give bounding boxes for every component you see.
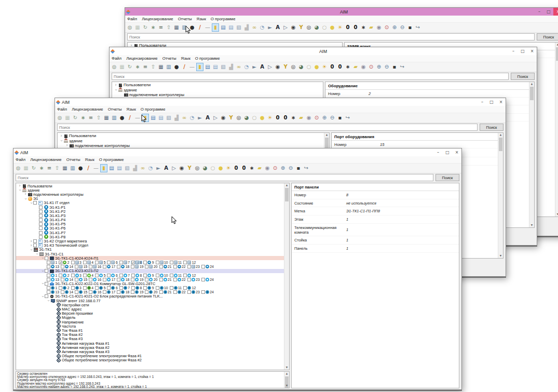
record-icon[interactable]: ◉	[274, 63, 281, 71]
port-checkbox[interactable]: ✓	[131, 261, 135, 264]
port-cell[interactable]: 14	[60, 290, 74, 294]
history-icon[interactable]: ◔	[258, 23, 266, 32]
minus-icon[interactable]: —	[92, 164, 100, 172]
port-cell[interactable]: 11	[169, 274, 183, 277]
port-checkbox[interactable]	[107, 274, 111, 277]
tree-row[interactable]: ›здание	[58, 138, 329, 143]
port-cell[interactable]: 2	[58, 286, 70, 290]
port-checkbox[interactable]	[103, 278, 106, 281]
port-cell[interactable]: 19	[130, 290, 144, 294]
import-icon[interactable]: ◍	[56, 114, 63, 122]
menu-item-file[interactable]: Файл	[127, 17, 137, 21]
close-button[interactable]: ×	[496, 98, 506, 106]
tree-checkbox[interactable]	[45, 269, 48, 273]
port-cell[interactable]: ✓8	[131, 261, 142, 264]
font-icon[interactable]: A	[162, 164, 170, 172]
tree-checkbox[interactable]	[45, 256, 48, 260]
port-cell[interactable]: 24	[201, 278, 214, 281]
port-checkbox[interactable]	[201, 265, 205, 268]
search-button[interactable]: Поиск	[480, 124, 503, 131]
tree-checkbox[interactable]	[45, 282, 48, 286]
eye-icon[interactable]: ◉	[305, 114, 312, 122]
port-cell[interactable]: 18	[116, 278, 130, 281]
tree-row[interactable]: Напряжение	[16, 320, 289, 324]
menu-item-licensing[interactable]: Лицензирование	[142, 17, 173, 21]
compass-icon[interactable]: ▷	[266, 63, 274, 71]
port-checkbox[interactable]	[159, 278, 163, 281]
port-checkbox[interactable]	[170, 286, 173, 290]
exit-icon[interactable]: ↪	[344, 114, 351, 122]
tree-row[interactable]: Активная нагрузка Фаза #2	[16, 345, 289, 349]
port-checkbox[interactable]	[201, 290, 205, 294]
scroll-down-arrow[interactable]: ▼	[529, 223, 534, 227]
port-checkbox[interactable]	[103, 290, 106, 294]
zoom-alert-icon[interactable]: ⊙	[271, 164, 279, 172]
expander-icon[interactable]: ›	[40, 281, 45, 286]
port-checkbox[interactable]	[107, 286, 111, 290]
sync-settings-icon[interactable]: ∗	[134, 63, 141, 71]
tree-row[interactable]: Версия прошивки	[16, 312, 289, 316]
port-cell[interactable]: 6	[106, 286, 118, 290]
folder-icon[interactable]: ▰	[352, 63, 359, 71]
tree-row[interactable]: подключенные контроллеры	[112, 92, 323, 97]
gear-icon[interactable]: ∗	[248, 164, 255, 172]
import-icon[interactable]: ◍	[111, 63, 118, 71]
expander-icon[interactable]: ›	[114, 83, 118, 87]
tree-row[interactable]: Активная нагрузка Фаза #3	[16, 349, 289, 354]
scroll-thumb[interactable]	[530, 87, 534, 100]
expander-icon[interactable]: ›	[29, 201, 33, 205]
port-cell[interactable]: 9	[143, 286, 154, 290]
link-icon[interactable]: ∞	[139, 164, 146, 172]
copy-document-icon[interactable]: ▤	[157, 114, 165, 122]
tree-row[interactable]: MAC адрес	[16, 307, 289, 311]
port-cell[interactable]: 10	[155, 274, 169, 277]
port-checkbox[interactable]	[187, 278, 191, 281]
menu-item-language[interactable]: Язык	[85, 157, 94, 162]
port-checkbox[interactable]	[71, 274, 75, 277]
titlebar[interactable]: AIM–□×	[125, 8, 558, 16]
monitor-add-icon[interactable]: ▥	[111, 114, 118, 122]
notes-icon[interactable]: ▦	[22, 164, 30, 172]
refresh-icon[interactable]: ↻	[30, 164, 37, 172]
maximize-button[interactable]: □	[544, 8, 553, 16]
target-icon[interactable]: ◎	[194, 164, 201, 172]
port-checkbox[interactable]	[183, 286, 187, 290]
port-cell[interactable]: 15	[74, 290, 88, 294]
menu-item-licensing[interactable]: Лицензирование	[30, 157, 61, 162]
tree-checkbox[interactable]	[39, 226, 43, 230]
gauge-icon[interactable]: ◕	[313, 23, 320, 32]
port-cell[interactable]: 9	[143, 274, 154, 277]
port-checkbox[interactable]	[95, 286, 99, 290]
tree-checkbox[interactable]	[39, 210, 43, 213]
port-cell[interactable]: 17	[102, 265, 116, 268]
gear-icon[interactable]: ∗	[344, 63, 351, 71]
port-checkbox[interactable]	[201, 278, 205, 281]
monitor-icon[interactable]: ▦	[103, 114, 110, 122]
tree-row[interactable]: ›Пользователи	[112, 83, 323, 87]
upload-icon[interactable]: ⇧	[53, 164, 61, 172]
scroll-up-arrow[interactable]: ▲	[555, 43, 558, 47]
zoom-out-icon[interactable]: ⊖	[383, 63, 390, 71]
power-o2-icon[interactable]: 0	[282, 114, 289, 122]
port-checkbox[interactable]	[131, 278, 134, 281]
expander-icon[interactable]: ›	[35, 252, 39, 256]
expander-icon[interactable]: ›	[59, 139, 63, 143]
battery-icon[interactable]: ▮	[100, 164, 107, 172]
history-icon[interactable]: ◔	[188, 114, 196, 122]
port-cell[interactable]: 4	[83, 286, 94, 290]
history-icon[interactable]: ◔	[243, 63, 250, 71]
edit-pencil-icon[interactable]: /	[181, 63, 188, 71]
tree-checkbox[interactable]	[39, 235, 43, 239]
port-cell[interactable]: 8	[131, 286, 142, 290]
refresh-icon[interactable]: ↻	[72, 114, 79, 122]
wrench-icon[interactable]: Y	[186, 164, 193, 172]
tree-row[interactable]: ›здание	[112, 87, 323, 92]
edit-pencil-icon[interactable]: /	[85, 164, 92, 172]
port-cell[interactable]: 5	[94, 261, 106, 264]
bulb-lit-icon[interactable]: ●	[329, 23, 336, 32]
brightness-icon[interactable]: ☀	[225, 164, 232, 172]
port-cell[interactable]: 20	[144, 278, 158, 281]
port-cell[interactable]: 23	[187, 290, 200, 294]
minimize-button[interactable]: –	[509, 47, 518, 55]
port-checkbox[interactable]	[119, 274, 123, 277]
